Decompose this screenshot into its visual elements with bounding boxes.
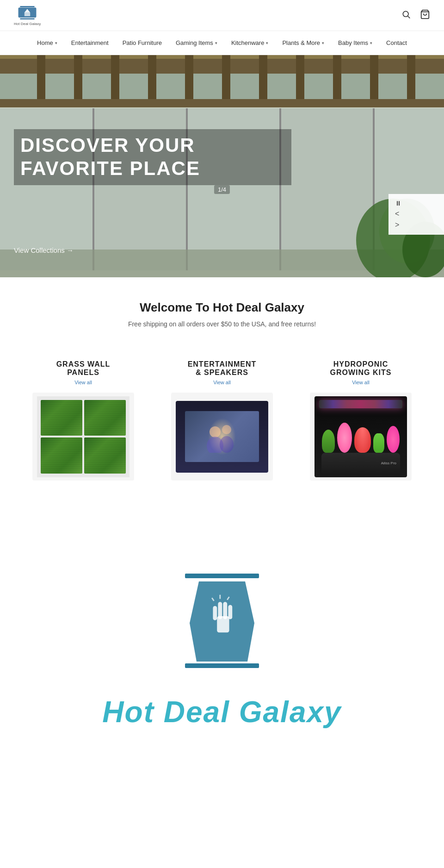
svg-rect-46	[223, 602, 227, 619]
collection-hydroponic-title: HYDROPONICGROWING KITS	[330, 360, 392, 377]
svg-rect-11	[37, 55, 45, 101]
slide-next-button[interactable]: >	[395, 221, 438, 229]
kitchenware-dropdown-arrow: ▾	[266, 41, 268, 45]
svg-rect-16	[222, 55, 230, 101]
plant-3	[354, 427, 371, 453]
nav-contact[interactable]: Contact	[386, 31, 407, 55]
plant-5	[387, 426, 400, 453]
brand-name-large: Hot Deal Galaxy	[102, 695, 341, 729]
svg-rect-14	[148, 55, 156, 101]
nav-entertainment[interactable]: Entertainment	[71, 31, 109, 55]
nav-plants-more[interactable]: Plants & More ▾	[282, 31, 324, 55]
grass-tile-3	[41, 437, 82, 474]
main-nav: Home ▾ Entertainment Patio Furniture Gam…	[0, 31, 444, 55]
svg-rect-3	[20, 6, 35, 7]
collection-entertainment-title: ENTERTAINMENT& SPEAKERS	[188, 360, 257, 377]
slide-controls-panel: ⏸ < >	[388, 194, 444, 235]
svg-point-38	[222, 425, 231, 434]
svg-point-37	[210, 426, 221, 437]
grass-tile-4	[84, 437, 126, 474]
plants-dropdown-arrow: ▾	[322, 41, 324, 45]
home-dropdown-arrow: ▾	[55, 41, 57, 45]
grass-tile-2	[84, 400, 126, 436]
collection-entertainment: ENTERTAINMENT& SPEAKERS View all	[162, 360, 282, 481]
svg-rect-22	[0, 99, 444, 107]
brand-logo-svg	[157, 556, 287, 686]
welcome-title: Welcome To Hot Deal Galaxy	[14, 300, 430, 315]
grass-collection-image	[32, 393, 134, 481]
screen-scene	[199, 420, 245, 453]
entertainment-screen	[185, 411, 259, 462]
welcome-subtitle: Free shipping on all orders over $50 to …	[14, 320, 430, 328]
nav-home[interactable]: Home ▾	[37, 31, 57, 55]
svg-rect-4	[20, 19, 35, 19]
svg-line-6	[408, 16, 410, 18]
header-icons	[401, 9, 430, 22]
plant-1	[322, 430, 335, 453]
svg-point-5	[403, 11, 408, 17]
search-icon[interactable]	[401, 10, 411, 21]
collections-section: GRASS WALLPANELS View all ENTERTAINMENT&…	[0, 342, 444, 499]
plant-2	[337, 423, 352, 453]
welcome-section: Welcome To Hot Deal Galaxy Free shipping…	[0, 277, 444, 342]
svg-rect-2	[25, 12, 30, 16]
collection-grass-title: GRASS WALLPANELS	[56, 360, 111, 377]
hydroponic-collection-image: Ailiss Pro	[310, 393, 412, 481]
ailiss-pro-label: Ailiss Pro	[381, 461, 396, 465]
svg-rect-18	[296, 55, 304, 101]
collection-grass-wall: GRASS WALLPANELS View all	[23, 360, 143, 481]
collection-hydroponic: HYDROPONICGROWING KITS View all Ailiss P…	[301, 360, 421, 481]
hydroponic-viewall-link[interactable]: View all	[352, 380, 370, 385]
nav-gaming-items[interactable]: Gaming Items ▾	[176, 31, 217, 55]
cart-icon[interactable]	[420, 9, 430, 22]
gaming-dropdown-arrow: ▾	[215, 41, 217, 45]
slide-prev-button[interactable]: <	[395, 210, 438, 218]
svg-rect-19	[333, 55, 341, 101]
hero-section: DISCOVER YOUR FAVORITE PLACE 1/4 ⏸ < > V…	[0, 55, 444, 277]
plant-4	[373, 433, 384, 453]
hydroponic-grow-light	[319, 400, 402, 408]
svg-rect-45	[218, 602, 222, 619]
logo[interactable]: Hot Deal Galaxy	[14, 5, 41, 26]
nav-baby-items[interactable]: Baby Items ▾	[338, 31, 372, 55]
nav-patio-furniture[interactable]: Patio Furniture	[123, 31, 162, 55]
hydroponic-visual: Ailiss Pro	[314, 396, 407, 477]
view-collections-link[interactable]: View Collections →	[14, 246, 74, 254]
entertainment-visual	[176, 401, 268, 473]
svg-rect-44	[213, 606, 217, 620]
hydroponic-plants	[322, 423, 400, 453]
svg-rect-41	[185, 574, 259, 578]
svg-point-40	[220, 436, 234, 453]
baby-dropdown-arrow: ▾	[370, 41, 372, 45]
svg-rect-20	[370, 55, 378, 101]
svg-rect-47	[228, 605, 232, 619]
svg-rect-17	[259, 55, 267, 101]
grass-panel-visual	[37, 396, 130, 477]
brand-logo-section: Hot Deal Galaxy	[0, 499, 444, 777]
slide-pause-button[interactable]: ⏸	[395, 200, 438, 207]
logo-text: Hot Deal Galaxy	[14, 22, 41, 26]
svg-rect-15	[185, 55, 193, 101]
site-header: Hot Deal Galaxy	[0, 0, 444, 31]
entertainment-viewall-link[interactable]: View all	[213, 380, 231, 385]
svg-rect-21	[407, 55, 415, 101]
logo-icon	[16, 5, 39, 21]
hydroponic-base: Ailiss Pro	[321, 453, 400, 474]
svg-rect-42	[185, 663, 259, 668]
brand-logo-large	[157, 556, 287, 686]
nav-kitchenware[interactable]: Kitchenware ▾	[231, 31, 269, 55]
grass-viewall-link[interactable]: View all	[74, 380, 92, 385]
hero-counter: 1/4	[214, 185, 230, 194]
svg-rect-12	[74, 55, 82, 101]
svg-rect-13	[111, 55, 119, 101]
entertainment-collection-image	[171, 393, 273, 481]
grass-tile-1	[41, 400, 82, 436]
hero-title: DISCOVER YOUR FAVORITE PLACE	[14, 129, 291, 185]
